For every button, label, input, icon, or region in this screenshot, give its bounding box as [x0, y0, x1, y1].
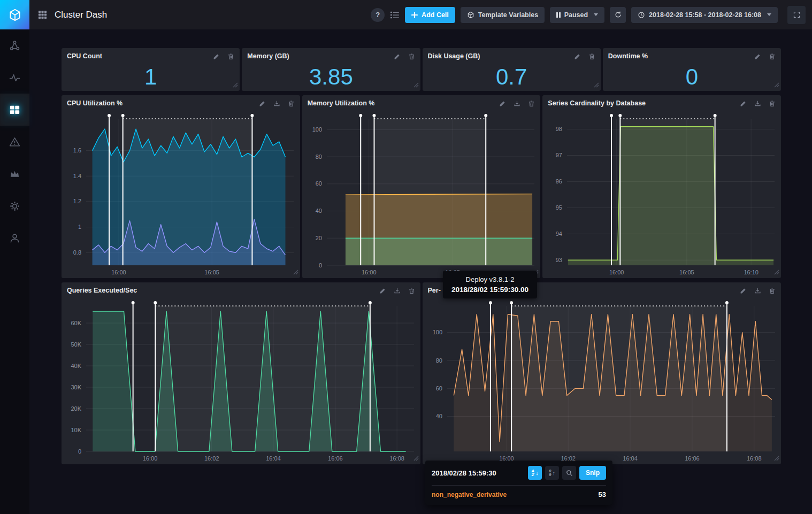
chart-series-cardinality[interactable]: 93949596979816:0016:0516:10 — [542, 111, 781, 278]
svg-text:0: 0 — [78, 448, 81, 455]
cell-memory: Memory (GB) 3.85 — [242, 48, 420, 91]
sidebar-item-dashboards[interactable] — [0, 94, 29, 126]
delete-cell-icon[interactable] — [227, 53, 234, 60]
chronograf-logo[interactable] — [0, 0, 29, 29]
resize-handle[interactable] — [773, 80, 779, 90]
graphs-row-1: CPU Utilization % 0.811.21.41.616:0016:0… — [62, 95, 781, 278]
legend-divider — [432, 485, 606, 486]
sidebar-item-configuration[interactable] — [0, 190, 29, 222]
svg-text:30K: 30K — [71, 384, 81, 390]
resize-handle[interactable] — [413, 454, 419, 463]
add-cell-label: Add Cell — [422, 11, 449, 19]
pause-icon — [556, 12, 561, 18]
export-cell-icon[interactable] — [273, 100, 280, 107]
cell-series-cardinality: Series Cardinality by Database 939495969… — [542, 95, 781, 278]
sidebar-item-user[interactable] — [0, 222, 29, 254]
legend-series-name: non_negative_derivative — [432, 491, 507, 498]
export-cell-icon[interactable] — [514, 100, 520, 107]
delete-cell-icon[interactable] — [528, 100, 535, 107]
sort-alpha-button[interactable]: AZ ↓ — [528, 466, 542, 480]
delete-cell-icon[interactable] — [769, 100, 776, 107]
resize-handle[interactable] — [232, 80, 238, 90]
resize-handle[interactable] — [293, 267, 298, 277]
edit-cell-icon[interactable] — [754, 53, 761, 60]
resize-handle[interactable] — [773, 267, 779, 277]
clock-icon — [638, 11, 645, 19]
chart-per-graph[interactable]: 40608010016:0016:0216:0416:0616:08 — [423, 298, 782, 464]
time-range-button[interactable]: 2018-02-28 15:58 - 2018-02-28 16:08 — [631, 7, 778, 23]
paused-button[interactable]: Paused — [550, 7, 604, 23]
cell-title: Series Cardinality by Database — [548, 99, 646, 107]
svg-text:40: 40 — [315, 208, 321, 214]
template-variables-button[interactable]: Template Variables — [461, 7, 545, 23]
delete-cell-icon[interactable] — [769, 287, 776, 294]
resize-handle[interactable] — [773, 454, 779, 463]
edit-cell-icon[interactable] — [574, 53, 581, 60]
chart-memory-utilization[interactable]: 02040608010016:0016:05 — [302, 111, 541, 278]
add-cell-button[interactable]: Add Cell — [405, 7, 455, 23]
dashboards-icon — [9, 104, 21, 116]
dashboard-area: CPU Count 1 Memory (GB) 3.85 — [29, 29, 812, 514]
export-cell-icon[interactable] — [754, 287, 761, 294]
list-icon[interactable] — [390, 11, 400, 19]
help-icon: ? — [376, 11, 380, 19]
resize-handle[interactable] — [593, 80, 599, 90]
export-cell-icon[interactable] — [394, 287, 401, 294]
grid-icon[interactable] — [38, 10, 47, 19]
cell-queries-executed: Queries Executed/Sec 010K20K30K40K50K60K… — [62, 282, 420, 464]
edit-cell-icon[interactable] — [213, 53, 220, 60]
snip-button[interactable]: Snip — [579, 466, 606, 480]
crown-icon — [9, 168, 21, 180]
annotation-tooltip-time: 2018/28/02 15:59:30.00 — [451, 286, 528, 294]
sidebar — [0, 0, 29, 514]
svg-text:40: 40 — [435, 413, 442, 419]
edit-cell-icon[interactable] — [259, 100, 266, 107]
stat-value: 1 — [62, 64, 240, 93]
svg-text:94: 94 — [556, 231, 562, 237]
delete-cell-icon[interactable] — [769, 53, 776, 60]
edit-cell-icon[interactable] — [740, 100, 747, 107]
delete-cell-icon[interactable] — [588, 53, 595, 60]
svg-text:95: 95 — [556, 204, 562, 211]
sidebar-item-hosts[interactable] — [0, 29, 29, 62]
page-title: Cluster Dash — [55, 10, 107, 20]
legend-timestamp: 2018/02/28 15:59:30 — [432, 469, 496, 477]
svg-text:97: 97 — [556, 152, 562, 158]
sidebar-item-data-explorer[interactable] — [0, 62, 29, 94]
refresh-button[interactable] — [610, 7, 626, 23]
legend-search-button[interactable] — [562, 466, 576, 480]
top-navbar: Cluster Dash ? Add Cell — [29, 0, 812, 29]
svg-text:16:04: 16:04 — [266, 455, 281, 462]
sidebar-item-alerts[interactable] — [0, 126, 29, 158]
help-button[interactable]: ? — [371, 8, 385, 22]
svg-text:16:05: 16:05 — [204, 269, 219, 275]
delete-cell-icon[interactable] — [408, 53, 415, 60]
caret-down-icon — [594, 13, 598, 16]
edit-cell-icon[interactable] — [740, 287, 747, 294]
svg-text:20: 20 — [315, 235, 321, 241]
svg-text:0: 0 — [319, 262, 322, 268]
delete-cell-icon[interactable] — [408, 287, 415, 294]
sort-numeric-button[interactable]: 09 ↑ — [545, 466, 559, 480]
cell-per-graph: Per- 40608010016:0016:0216:0416:0616:08 — [423, 282, 782, 464]
cell-title: Downtime % — [608, 52, 648, 60]
fullscreen-button[interactable] — [787, 6, 806, 24]
cube-logo-icon — [8, 8, 22, 22]
chart-cpu-utilization[interactable]: 0.811.21.41.616:0016:05 — [62, 111, 300, 278]
cell-title: Disk Usage (GB) — [428, 52, 480, 60]
cell-title: Queries Executed/Sec — [67, 287, 137, 294]
edit-cell-icon[interactable] — [379, 287, 386, 294]
sidebar-item-admin[interactable] — [0, 158, 29, 190]
edit-cell-icon[interactable] — [394, 53, 401, 60]
chart-queries-executed[interactable]: 010K20K30K40K50K60K16:0016:0216:0416:061… — [62, 298, 420, 464]
delete-cell-icon[interactable] — [288, 100, 295, 107]
export-cell-icon[interactable] — [754, 100, 761, 107]
svg-text:16:10: 16:10 — [744, 269, 759, 275]
svg-text:16:08: 16:08 — [389, 455, 404, 462]
search-icon — [566, 470, 573, 477]
annotation-tooltip-name: Deploy v3.8.1-2 — [451, 275, 528, 283]
cell-title: CPU Utilization % — [67, 99, 122, 107]
resize-handle[interactable] — [413, 80, 419, 90]
svg-text:1.6: 1.6 — [73, 147, 81, 154]
edit-cell-icon[interactable] — [499, 100, 506, 107]
